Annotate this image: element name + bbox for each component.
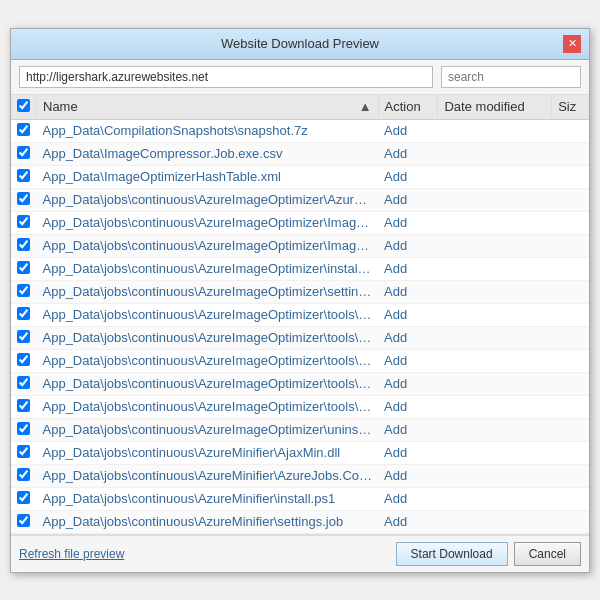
row-checkbox-cell[interactable]	[11, 418, 37, 441]
row-date	[438, 418, 552, 441]
cancel-button[interactable]: Cancel	[514, 542, 581, 566]
row-checkbox[interactable]	[17, 307, 30, 320]
row-checkbox[interactable]	[17, 238, 30, 251]
row-name: App_Data\jobs\continuous\AzureImageOptim…	[37, 395, 379, 418]
header-action[interactable]: Action	[378, 95, 438, 120]
row-size	[552, 372, 589, 395]
row-action: Add	[378, 211, 438, 234]
row-name: App_Data\jobs\continuous\AzureImageOptim…	[37, 372, 379, 395]
row-size	[552, 142, 589, 165]
header-date[interactable]: Date modified	[438, 95, 552, 120]
search-input[interactable]	[441, 66, 581, 88]
row-size	[552, 188, 589, 211]
row-checkbox[interactable]	[17, 261, 30, 274]
row-date	[438, 234, 552, 257]
row-checkbox-cell[interactable]	[11, 142, 37, 165]
row-checkbox-cell[interactable]	[11, 119, 37, 142]
start-download-button[interactable]: Start Download	[396, 542, 508, 566]
row-checkbox[interactable]	[17, 169, 30, 182]
row-action: Add	[378, 119, 438, 142]
row-checkbox-cell[interactable]	[11, 349, 37, 372]
table-row: App_Data\jobs\continuous\AzureImageOptim…	[11, 372, 589, 395]
row-checkbox-cell[interactable]	[11, 372, 37, 395]
row-checkbox[interactable]	[17, 468, 30, 481]
header-checkbox-cell[interactable]	[11, 95, 37, 120]
main-window: Website Download Preview ✕ Name ▲ Action…	[10, 28, 590, 573]
row-size	[552, 211, 589, 234]
row-checkbox-cell[interactable]	[11, 188, 37, 211]
row-name: App_Data\jobs\continuous\AzureImageOptim…	[37, 349, 379, 372]
row-name: App_Data\jobs\continuous\AzureMinifier\s…	[37, 510, 379, 533]
row-checkbox-cell[interactable]	[11, 303, 37, 326]
row-checkbox[interactable]	[17, 215, 30, 228]
table-row: App_Data\jobs\continuous\AzureImageOptim…	[11, 326, 589, 349]
row-checkbox[interactable]	[17, 514, 30, 527]
row-name: App_Data\jobs\continuous\AzureMinifier\A…	[37, 464, 379, 487]
header-size[interactable]: Siz	[552, 95, 589, 120]
table-row: App_Data\jobs\continuous\AzureImageOptim…	[11, 234, 589, 257]
row-size	[552, 119, 589, 142]
row-checkbox[interactable]	[17, 192, 30, 205]
row-name: App_Data\ImageCompressor.Job.exe.csv	[37, 142, 379, 165]
row-name: App_Data\jobs\continuous\AzureImageOptim…	[37, 211, 379, 234]
row-name: App_Data\jobs\continuous\AzureImageOptim…	[37, 257, 379, 280]
row-date	[438, 510, 552, 533]
row-checkbox[interactable]	[17, 399, 30, 412]
row-checkbox[interactable]	[17, 422, 30, 435]
row-action: Add	[378, 349, 438, 372]
table-row: App_Data\jobs\continuous\AzureImageOptim…	[11, 280, 589, 303]
row-checkbox[interactable]	[17, 330, 30, 343]
row-action: Add	[378, 142, 438, 165]
row-name: App_Data\CompilationSnapshots\snapshot.7…	[37, 119, 379, 142]
table-header-row: Name ▲ Action Date modified Siz	[11, 95, 589, 120]
row-size	[552, 464, 589, 487]
table-row: App_Data\jobs\continuous\AzureMinifier\A…	[11, 464, 589, 487]
table-body: App_Data\CompilationSnapshots\snapshot.7…	[11, 119, 589, 533]
row-checkbox-cell[interactable]	[11, 464, 37, 487]
row-action: Add	[378, 257, 438, 280]
row-size	[552, 326, 589, 349]
table-row: App_Data\jobs\continuous\AzureImageOptim…	[11, 349, 589, 372]
row-checkbox-cell[interactable]	[11, 487, 37, 510]
row-checkbox[interactable]	[17, 146, 30, 159]
row-checkbox-cell[interactable]	[11, 234, 37, 257]
file-table: Name ▲ Action Date modified Siz App_Data…	[11, 95, 589, 534]
select-all-checkbox[interactable]	[17, 99, 30, 112]
row-checkbox[interactable]	[17, 353, 30, 366]
table-row: App_Data\ImageCompressor.Job.exe.csvAdd	[11, 142, 589, 165]
row-checkbox[interactable]	[17, 491, 30, 504]
row-checkbox-cell[interactable]	[11, 395, 37, 418]
footer: Refresh file preview Start Download Canc…	[11, 535, 589, 572]
row-date	[438, 257, 552, 280]
row-size	[552, 395, 589, 418]
row-checkbox-cell[interactable]	[11, 441, 37, 464]
row-checkbox-cell[interactable]	[11, 510, 37, 533]
row-checkbox[interactable]	[17, 445, 30, 458]
refresh-link[interactable]: Refresh file preview	[19, 547, 124, 561]
row-checkbox-cell[interactable]	[11, 211, 37, 234]
close-button[interactable]: ✕	[563, 35, 581, 53]
file-table-container[interactable]: Name ▲ Action Date modified Siz App_Data…	[11, 95, 589, 535]
toolbar	[11, 60, 589, 95]
row-date	[438, 487, 552, 510]
row-date	[438, 372, 552, 395]
row-checkbox[interactable]	[17, 376, 30, 389]
row-action: Add	[378, 464, 438, 487]
row-checkbox-cell[interactable]	[11, 257, 37, 280]
row-checkbox[interactable]	[17, 284, 30, 297]
row-checkbox-cell[interactable]	[11, 280, 37, 303]
row-action: Add	[378, 487, 438, 510]
row-size	[552, 303, 589, 326]
row-date	[438, 280, 552, 303]
row-checkbox-cell[interactable]	[11, 326, 37, 349]
row-action: Add	[378, 188, 438, 211]
url-input[interactable]	[19, 66, 433, 88]
row-date	[438, 395, 552, 418]
table-row: App_Data\ImageOptimizerHashTable.xmlAdd	[11, 165, 589, 188]
table-row: App_Data\jobs\continuous\AzureImageOptim…	[11, 188, 589, 211]
header-name[interactable]: Name ▲	[37, 95, 379, 120]
row-checkbox-cell[interactable]	[11, 165, 37, 188]
row-action: Add	[378, 418, 438, 441]
row-checkbox[interactable]	[17, 123, 30, 136]
row-action: Add	[378, 234, 438, 257]
